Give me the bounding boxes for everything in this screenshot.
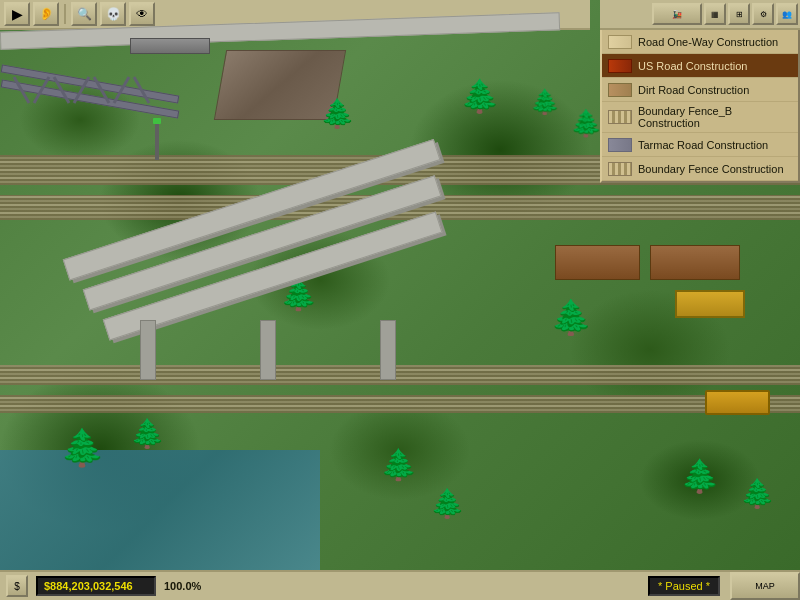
locomotive-yellow: [705, 390, 770, 415]
tree-group-1: 🌲: [320, 100, 355, 128]
tree-group-2: 🌲: [460, 80, 500, 112]
eye-icon: 👁: [136, 7, 148, 21]
truss-bridge: [0, 60, 200, 180]
boundary-label: Boundary Fence Construction: [638, 163, 784, 175]
tree-group-11: 🌲: [570, 110, 602, 136]
road-oneway-label: Road One-Way Construction: [638, 36, 778, 48]
water-area: [0, 450, 320, 570]
menu-item-tarmac[interactable]: Tarmac Road Construction: [602, 133, 798, 157]
gear-icon: ⚙: [760, 10, 767, 19]
tree-group-12: 🌲: [430, 490, 465, 518]
train-icon: 🚂: [672, 10, 682, 19]
map-icon: ▦: [711, 10, 719, 19]
people-button[interactable]: 👥: [776, 3, 798, 25]
skull-icon: 💀: [106, 7, 121, 21]
zoom-icon: 🔍: [77, 7, 92, 21]
road-oneway-icon: [608, 35, 632, 49]
tree-group-6: 🌲: [60, 430, 105, 466]
boundary-b-icon: [608, 110, 632, 124]
menu-item-boundary[interactable]: Boundary Fence Construction: [602, 157, 798, 181]
zoom-button[interactable]: 🔍: [71, 2, 97, 26]
menu-item-road-oneway[interactable]: Road One-Way Construction: [602, 30, 798, 54]
status-bar: $ $884,203,032,546 100.0% * Paused * MAP: [0, 570, 800, 600]
minimap-trains-icon[interactable]: 🚂: [652, 3, 702, 25]
coin-icon: $: [14, 581, 20, 592]
boundary-b-label: Boundary Fence_B Construction: [638, 105, 792, 129]
map-label: MAP: [755, 581, 775, 591]
signal-1: [155, 120, 159, 160]
minimap-button[interactable]: ▦: [704, 3, 726, 25]
pointer-icon: ▶: [12, 6, 23, 22]
tarmac-label: Tarmac Road Construction: [638, 139, 768, 151]
freight-car-1: [650, 245, 740, 280]
tarmac-icon: [608, 138, 632, 152]
dirt-road-label: Dirt Road Construction: [638, 84, 749, 96]
tree-group-10: 🌲: [740, 480, 775, 508]
game-icons-right: 🚂 ▦ ⊞ ⚙ 👥: [600, 0, 800, 30]
tree-group-8: 🌲: [380, 450, 417, 480]
money-icon-button[interactable]: $: [6, 575, 28, 597]
pointer-button[interactable]: ▶: [4, 2, 30, 26]
locomotive-1: [130, 38, 210, 54]
tree-group-5: 🌲: [550, 300, 592, 334]
paused-indicator: * Paused *: [648, 576, 720, 596]
view-icon: ⊞: [736, 10, 743, 19]
boundary-icon: [608, 162, 632, 176]
skull-button[interactable]: 💀: [100, 2, 126, 26]
ear-button[interactable]: 👂: [33, 2, 59, 26]
menu-item-boundary-b[interactable]: Boundary Fence_B Construction: [602, 102, 798, 133]
settings-button[interactable]: ⚙: [752, 3, 774, 25]
zoom-display: 100.0%: [164, 580, 201, 592]
view-button[interactable]: ⊞: [728, 3, 750, 25]
tree-group-9: 🌲: [680, 460, 720, 492]
menu-item-us-road[interactable]: US Road Construction: [602, 54, 798, 78]
separator-1: [64, 4, 66, 24]
eye-button[interactable]: 👁: [129, 2, 155, 26]
ear-icon: 👂: [39, 7, 54, 21]
dirt-road-icon: [608, 83, 632, 97]
people-icon: 👥: [782, 10, 792, 19]
tree-group-7: 🌲: [130, 420, 165, 448]
bridge-main: [60, 240, 480, 420]
money-display: $884,203,032,546: [36, 576, 156, 596]
us-road-icon: [608, 59, 632, 73]
us-road-label: US Road Construction: [638, 60, 747, 72]
freight-car-2: [555, 245, 640, 280]
locomotive-right-mid: [675, 290, 745, 318]
construction-menu: Road One-Way Construction US Road Constr…: [600, 30, 800, 183]
tree-group-3: 🌲: [530, 90, 560, 114]
menu-item-dirt-road[interactable]: Dirt Road Construction: [602, 78, 798, 102]
map-button[interactable]: MAP: [730, 572, 800, 600]
